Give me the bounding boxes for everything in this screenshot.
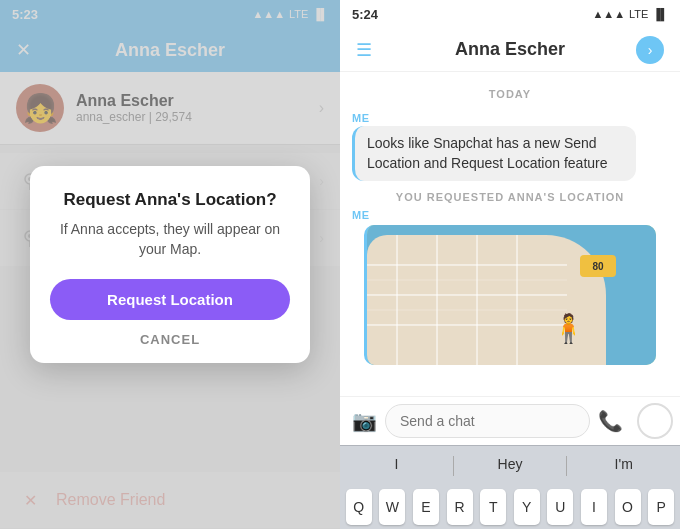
map-message: ME bbox=[340, 209, 680, 373]
key-o[interactable]: O bbox=[615, 489, 641, 525]
chat-action-icons: 📞 📹 😊 bbox=[598, 403, 680, 439]
cancel-button[interactable]: CANCEL bbox=[140, 332, 200, 347]
right-signal-icon: ▲▲▲ bbox=[592, 8, 625, 20]
highway-number: 80 bbox=[592, 261, 603, 272]
next-button[interactable]: › bbox=[636, 36, 664, 64]
keyboard-row-1: Q W E R T Y U I O P bbox=[340, 485, 680, 529]
dialog-overlay: Request Anna's Location? If Anna accepts… bbox=[0, 0, 340, 529]
right-panel: 5:24 ▲▲▲ LTE ▐▌ ☰ Anna Escher › TODAY ME… bbox=[340, 0, 680, 529]
chat-area: TODAY ME Looks like Snapchat has a new S… bbox=[340, 72, 680, 396]
left-panel: 5:23 ▲▲▲ LTE ▐▌ ✕ Anna Escher 👧 Anna Esc… bbox=[0, 0, 340, 529]
right-status-bar: 5:24 ▲▲▲ LTE ▐▌ bbox=[340, 0, 680, 28]
key-p[interactable]: P bbox=[648, 489, 674, 525]
chat-message-1: ME Looks like Snapchat has a new Send Lo… bbox=[340, 108, 680, 185]
key-e[interactable]: E bbox=[413, 489, 439, 525]
next-icon: › bbox=[648, 42, 653, 58]
camera-icon[interactable]: 📷 bbox=[352, 409, 377, 433]
chat-bubble-1: Looks like Snapchat has a new Send Locat… bbox=[352, 126, 636, 181]
right-lte-label: LTE bbox=[629, 8, 648, 20]
map-land bbox=[367, 235, 606, 365]
dialog-body: If Anna accepts, they will appear on you… bbox=[50, 220, 290, 259]
circle-button[interactable] bbox=[637, 403, 673, 439]
keyboard-suggestions: I Hey I'm bbox=[340, 445, 680, 485]
suggestion-i[interactable]: I bbox=[340, 446, 453, 482]
right-battery-icon: ▐▌ bbox=[652, 8, 668, 20]
chat-input[interactable] bbox=[385, 404, 590, 438]
menu-button[interactable]: ☰ bbox=[356, 39, 372, 61]
right-time: 5:24 bbox=[352, 7, 378, 22]
key-y[interactable]: Y bbox=[514, 489, 540, 525]
right-header-title: Anna Escher bbox=[455, 39, 565, 60]
right-status-icons: ▲▲▲ LTE ▐▌ bbox=[592, 8, 668, 20]
streets-svg bbox=[367, 235, 606, 365]
right-header: ☰ Anna Escher › bbox=[340, 28, 680, 72]
key-t[interactable]: T bbox=[480, 489, 506, 525]
key-w[interactable]: W bbox=[379, 489, 405, 525]
date-label: TODAY bbox=[340, 88, 680, 100]
request-location-button[interactable]: Request Location bbox=[50, 279, 290, 320]
key-i[interactable]: I bbox=[581, 489, 607, 525]
key-r[interactable]: R bbox=[447, 489, 473, 525]
key-q[interactable]: Q bbox=[346, 489, 372, 525]
dialog-title: Request Anna's Location? bbox=[63, 190, 276, 210]
suggestion-im[interactable]: I'm bbox=[567, 446, 680, 482]
map-sender-label: ME bbox=[352, 209, 668, 221]
phone-icon[interactable]: 📞 bbox=[598, 409, 623, 433]
map-preview: 80 🧍 bbox=[364, 225, 656, 365]
chat-input-area: 📷 📞 📹 😊 bbox=[340, 396, 680, 445]
map-background: 80 🧍 bbox=[367, 225, 656, 365]
dialog-box: Request Anna's Location? If Anna accepts… bbox=[30, 166, 310, 363]
key-u[interactable]: U bbox=[547, 489, 573, 525]
bitmoji: 🧍 bbox=[551, 312, 586, 345]
highway-sign: 80 bbox=[580, 255, 616, 277]
sender-label-me: ME bbox=[352, 112, 668, 124]
system-label: YOU REQUESTED ANNA'S LOCATION bbox=[340, 191, 680, 203]
suggestion-hey[interactable]: Hey bbox=[454, 446, 567, 482]
